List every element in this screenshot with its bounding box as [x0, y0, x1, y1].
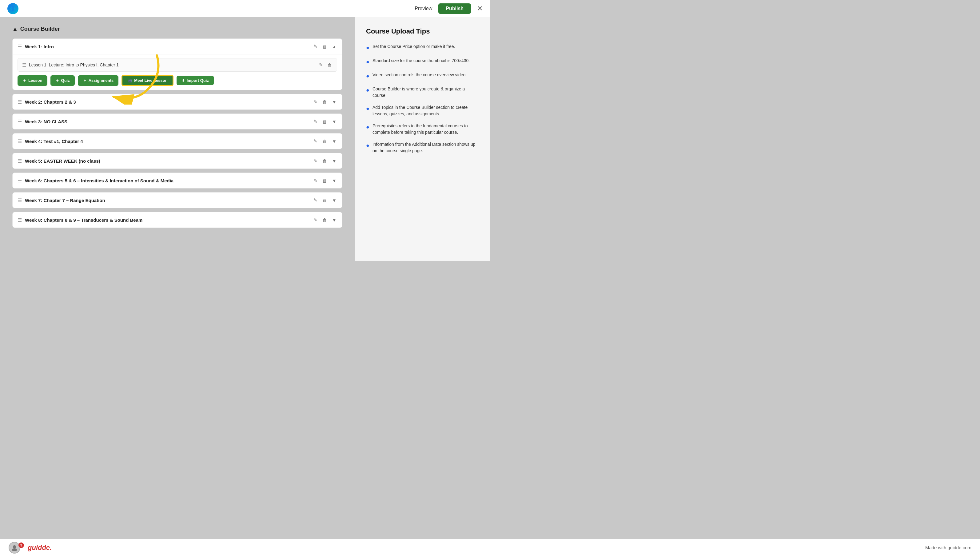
week-card-8: ☰ Week 8: Chapters 8 & 9 – Transducers &…	[12, 212, 342, 228]
week-7-header: ☰ Week 7: Chapter 7 – Range Equation ✎ 🗑…	[13, 192, 342, 208]
plus-icon-3: ＋	[83, 78, 87, 83]
week-5-expand-button[interactable]: ▼	[331, 158, 337, 164]
drag-handle-icon-7[interactable]: ☰	[18, 197, 22, 203]
video-icon: 📹	[127, 78, 132, 83]
week-3-edit-button[interactable]: ✎	[313, 118, 318, 125]
drag-handle-icon-6[interactable]: ☰	[18, 178, 22, 184]
drag-handle-icon-8[interactable]: ☰	[18, 217, 22, 223]
top-bar: Preview Publish ✕	[0, 0, 490, 17]
week-5-edit-button[interactable]: ✎	[313, 157, 318, 164]
bullet-icon-6: ●	[366, 123, 369, 131]
drag-handle-icon-5[interactable]: ☰	[18, 158, 22, 164]
tip-text-4: Course Builder is where you create & org…	[372, 86, 479, 99]
lesson-1-edit-button[interactable]: ✎	[319, 61, 323, 68]
course-builder-title: Course Builder	[20, 26, 60, 32]
week-8-header: ☰ Week 8: Chapters 8 & 9 – Transducers &…	[13, 212, 342, 228]
import-quiz-button[interactable]: ⬇ Import Quiz	[176, 76, 214, 85]
add-meet-live-button[interactable]: 📹 Meet Live Lesson	[121, 75, 173, 86]
week-4-header: ☰ Week 4: Test #1, Chapter 4 ✎ 🗑 ▼	[13, 134, 342, 149]
week-4-actions: ✎ 🗑 ▼	[313, 138, 337, 144]
week-2-expand-button[interactable]: ▼	[331, 99, 337, 105]
week-2-delete-button[interactable]: 🗑	[322, 99, 328, 105]
download-icon: ⬇	[181, 78, 185, 83]
week-2-edit-button[interactable]: ✎	[313, 99, 318, 105]
tip-text-6: Prerequisites refers to the fundamental …	[372, 123, 479, 136]
add-lesson-button[interactable]: ＋ Lesson	[18, 75, 47, 86]
tip-item-2: ● Standard size for the course thumbnail…	[366, 58, 479, 66]
week-3-delete-button[interactable]: 🗑	[322, 118, 328, 125]
bullet-icon-2: ●	[366, 58, 369, 66]
drag-handle-icon-3[interactable]: ☰	[18, 119, 22, 124]
drag-handle-icon-4[interactable]: ☰	[18, 138, 22, 144]
week-1-expanded: ☰ Lesson 1: Lecture: Intro to Physics I,…	[13, 54, 342, 90]
week-6-delete-button[interactable]: 🗑	[322, 178, 328, 184]
week-8-edit-button[interactable]: ✎	[313, 217, 318, 223]
week-3-expand-button[interactable]: ▼	[331, 118, 337, 125]
week-8-actions: ✎ 🗑 ▼	[313, 217, 337, 223]
add-quiz-button[interactable]: ＋ Quiz	[50, 75, 75, 86]
tip-item-5: ● Add Topics in the Course Builder secti…	[366, 104, 479, 117]
week-1-delete-button[interactable]: 🗑	[322, 44, 328, 50]
tips-list: ● Set the Course Price option or make it…	[366, 44, 479, 154]
week-card-4: ☰ Week 4: Test #1, Chapter 4 ✎ 🗑 ▼	[12, 133, 342, 149]
week-2-header: ☰ Week 2: Chapters 2 & 3 ✎ 🗑 ▼	[13, 94, 342, 110]
week-6-title: Week 6: Chapters 5 & 6 – Intensities & I…	[25, 178, 310, 183]
tip-item-7: ● Information from the Additional Data s…	[366, 141, 479, 154]
week-8-title: Week 8: Chapters 8 & 9 – Transducers & S…	[25, 217, 310, 223]
week-7-delete-button[interactable]: 🗑	[322, 197, 328, 204]
publish-button[interactable]: Publish	[438, 3, 471, 14]
week-2-title: Week 2: Chapters 2 & 3	[25, 99, 310, 105]
bullet-icon-5: ●	[366, 105, 369, 113]
week-4-title: Week 4: Test #1, Chapter 4	[25, 139, 310, 144]
tip-text-1: Set the Course Price option or make it f…	[372, 44, 455, 50]
right-panel: Course Upload Tips ● Set the Course Pric…	[355, 17, 490, 261]
left-panel: ▲ Course Builder ☰ Week 1: Intro ✎ 🗑 ▲ ☰…	[0, 17, 355, 261]
tip-item-6: ● Prerequisites refers to the fundamenta…	[366, 123, 479, 136]
bullet-icon-7: ●	[366, 141, 369, 150]
week-4-expand-button[interactable]: ▼	[331, 138, 337, 144]
drag-handle-icon-2[interactable]: ☰	[18, 99, 22, 105]
plus-icon-2: ＋	[55, 78, 59, 83]
week-3-actions: ✎ 🗑 ▼	[313, 118, 337, 125]
week-3-header: ☰ Week 3: NO CLASS ✎ 🗑 ▼	[13, 114, 342, 129]
tips-title: Course Upload Tips	[366, 27, 479, 36]
week-1-title: Week 1: Intro	[25, 44, 310, 49]
main-layout: ▲ Course Builder ☰ Week 1: Intro ✎ 🗑 ▲ ☰…	[0, 17, 490, 261]
import-quiz-label: Import Quiz	[187, 78, 209, 83]
week-card-6: ☰ Week 6: Chapters 5 & 6 – Intensities &…	[12, 173, 342, 189]
bullet-icon-4: ●	[366, 86, 369, 94]
week-6-expand-button[interactable]: ▼	[331, 178, 337, 184]
week-4-delete-button[interactable]: 🗑	[322, 138, 328, 144]
lesson-1-delete-button[interactable]: 🗑	[327, 62, 333, 68]
add-quiz-label: Quiz	[61, 78, 70, 83]
week-6-header: ☰ Week 6: Chapters 5 & 6 – Intensities &…	[13, 173, 342, 188]
tip-item-3: ● Video section controls the course over…	[366, 72, 479, 80]
drag-handle-icon[interactable]: ☰	[18, 44, 22, 50]
week-1-actions: ✎ 🗑 ▲	[313, 43, 337, 50]
week-8-expand-button[interactable]: ▼	[331, 217, 337, 223]
bullet-icon-3: ●	[366, 72, 369, 80]
week-4-edit-button[interactable]: ✎	[313, 138, 318, 144]
tip-item-4: ● Course Builder is where you create & o…	[366, 86, 479, 99]
week-1-edit-button[interactable]: ✎	[313, 43, 318, 50]
app-logo	[7, 3, 18, 14]
bullet-icon-1: ●	[366, 44, 369, 52]
lesson-row-1: ☰ Lesson 1: Lecture: Intro to Physics I,…	[18, 58, 337, 72]
week-7-edit-button[interactable]: ✎	[313, 197, 318, 204]
week-3-title: Week 3: NO CLASS	[25, 119, 310, 124]
course-builder-header: ▲ Course Builder	[12, 26, 342, 32]
add-assignments-button[interactable]: ＋ Assignments	[78, 75, 119, 86]
tip-text-3: Video section controls the course overvi…	[372, 72, 467, 78]
logo-area	[7, 3, 18, 14]
week-1-collapse-button[interactable]: ▲	[331, 44, 337, 50]
week-card-2: ☰ Week 2: Chapters 2 & 3 ✎ 🗑 ▼	[12, 94, 342, 110]
week-5-delete-button[interactable]: 🗑	[322, 158, 328, 164]
week-card-5: ☰ Week 5: EASTER WEEK (no class) ✎ 🗑 ▼	[12, 153, 342, 169]
week-5-title: Week 5: EASTER WEEK (no class)	[25, 158, 310, 163]
week-8-delete-button[interactable]: 🗑	[322, 217, 328, 223]
lesson-drag-handle-icon[interactable]: ☰	[22, 62, 26, 68]
week-6-edit-button[interactable]: ✎	[313, 177, 318, 184]
close-button[interactable]: ✕	[477, 5, 483, 12]
preview-button[interactable]: Preview	[415, 6, 432, 11]
week-7-expand-button[interactable]: ▼	[331, 197, 337, 204]
